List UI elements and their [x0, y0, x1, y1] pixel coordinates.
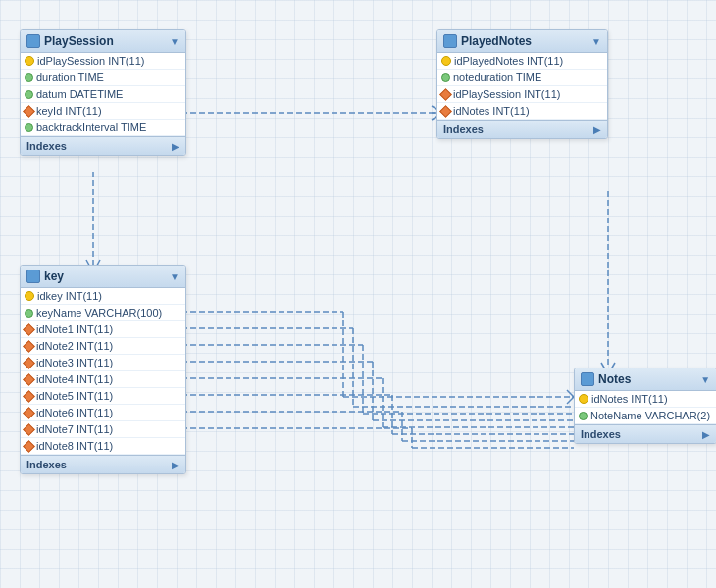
key-table-icon	[26, 270, 40, 283]
field-duration: duration TIME	[21, 70, 185, 86]
field-datum: datum DATETIME	[21, 86, 185, 103]
notes-icon	[581, 372, 594, 386]
playednotes-icon	[443, 34, 457, 48]
field-keyname: keyName VARCHAR(100)	[21, 305, 185, 321]
notes-header[interactable]: Notes ▼	[575, 368, 716, 391]
field-notename: NoteName VARCHAR(2)	[575, 408, 716, 424]
circle-icon	[25, 90, 33, 99]
playednotes-footer[interactable]: Indexes ▶	[437, 120, 607, 138]
diamond-icon	[439, 88, 452, 101]
circle-icon	[25, 123, 33, 132]
circle-icon	[441, 74, 450, 82]
key-icon	[441, 56, 451, 66]
key-indexes-label: Indexes	[26, 459, 67, 470]
playednotes-indexes-arrow[interactable]: ▶	[593, 124, 601, 135]
key-indexes-arrow[interactable]: ▶	[172, 460, 179, 470]
field-idplaysession-fk: idPlaySession INT(11)	[437, 86, 607, 103]
field-idnotes: idNotes INT(11)	[575, 391, 716, 408]
playsession-icon	[26, 34, 40, 48]
key-icon	[25, 56, 34, 66]
diamond-icon	[23, 407, 35, 419]
circle-icon	[25, 74, 33, 82]
key-footer[interactable]: Indexes ▶	[21, 455, 185, 473]
circle-icon	[579, 412, 588, 420]
diamond-icon	[23, 357, 35, 369]
field-idnote7: idNote7 INT(11)	[21, 421, 185, 438]
diamond-icon	[23, 390, 35, 403]
diamond-icon	[23, 105, 35, 118]
notes-indexes-arrow[interactable]: ▶	[702, 429, 710, 440]
playednotes-table: PlayedNotes ▼ idPlayedNotes INT(11) note…	[436, 29, 608, 139]
playsession-header[interactable]: PlaySession ▼	[21, 30, 185, 53]
key-title: key	[44, 270, 166, 283]
field-idkey: idkey INT(11)	[21, 288, 185, 305]
field-noteduration: noteduration TIME	[437, 70, 607, 86]
field-idplaysession: idPlaySession INT(11)	[21, 53, 185, 70]
field-idnote1: idNote1 INT(11)	[21, 321, 185, 338]
diamond-icon	[23, 373, 35, 386]
field-idnote2: idNote2 INT(11)	[21, 338, 185, 355]
diamond-icon	[23, 440, 35, 453]
notes-table: Notes ▼ idNotes INT(11) NoteName VARCHAR…	[574, 368, 716, 444]
key-table: key ▼ idkey INT(11) keyName VARCHAR(100)…	[20, 265, 186, 474]
playsession-title: PlaySession	[44, 34, 166, 48]
diamond-icon	[23, 340, 35, 353]
circle-icon	[25, 309, 33, 318]
field-idnotes-fk: idNotes INT(11)	[437, 103, 607, 120]
diamond-icon	[23, 323, 35, 336]
field-idnote4: idNote4 INT(11)	[21, 371, 185, 388]
key-icon	[579, 394, 588, 404]
playsession-indexes-arrow[interactable]: ▶	[172, 141, 179, 152]
playsession-table: PlaySession ▼ idPlaySession INT(11) dura…	[20, 29, 186, 156]
svg-line-50	[567, 390, 574, 397]
diamond-icon	[439, 105, 452, 118]
field-idnote3: idNote3 INT(11)	[21, 355, 185, 371]
playednotes-indexes-label: Indexes	[443, 123, 484, 135]
field-idnote6: idNote6 INT(11)	[21, 405, 185, 421]
playsession-footer[interactable]: Indexes ▶	[21, 136, 185, 155]
playsession-dropdown-icon[interactable]: ▼	[170, 36, 179, 47]
playednotes-header[interactable]: PlayedNotes ▼	[437, 30, 607, 53]
playednotes-title: PlayedNotes	[461, 34, 588, 48]
key-header[interactable]: key ▼	[21, 266, 185, 288]
notes-indexes-label: Indexes	[581, 428, 621, 440]
field-idplayednotes: idPlayedNotes INT(11)	[437, 53, 607, 70]
field-backtrackinterval: backtrackInterval TIME	[21, 120, 185, 136]
field-idnote8: idNote8 INT(11)	[21, 438, 185, 455]
key-dropdown-icon[interactable]: ▼	[170, 271, 179, 282]
notes-title: Notes	[598, 372, 696, 386]
notes-footer[interactable]: Indexes ▶	[575, 424, 716, 443]
playednotes-dropdown-icon[interactable]: ▼	[591, 36, 601, 47]
notes-dropdown-icon[interactable]: ▼	[700, 374, 710, 385]
key-icon	[25, 291, 34, 301]
field-idnote5: idNote5 INT(11)	[21, 388, 185, 405]
svg-line-51	[567, 397, 574, 404]
diamond-icon	[23, 423, 35, 436]
playsession-indexes-label: Indexes	[26, 140, 67, 152]
field-keyid: keyId INT(11)	[21, 103, 185, 120]
